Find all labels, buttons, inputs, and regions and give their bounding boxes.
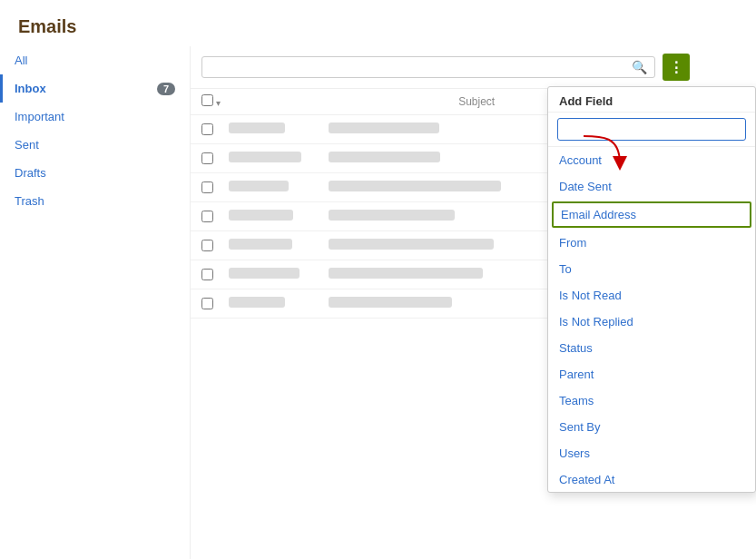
dropdown-item[interactable]: Teams	[548, 387, 755, 414]
add-field-dropdown: Add Field AccountDate SentEmail AddressF…	[547, 86, 756, 493]
sender-text	[229, 181, 289, 191]
row-checkbox[interactable]	[201, 298, 213, 309]
dropdown-item[interactable]: Is Not Replied	[548, 309, 755, 335]
dropdown-item[interactable]: Is Not Read	[548, 282, 755, 309]
row-checkbox-col	[201, 181, 229, 193]
sender-text	[229, 297, 285, 308]
dropdown-item[interactable]: Sent By	[548, 414, 755, 440]
row-checkbox-col	[201, 240, 229, 251]
subject-text	[329, 239, 494, 250]
sender-col	[229, 181, 319, 194]
sidebar-label-drafts: Drafts	[15, 166, 46, 180]
sidebar: All Inbox 7 Important Sent Drafts Trash	[0, 46, 191, 559]
dropdown-item[interactable]: Users	[548, 440, 755, 466]
dropdown-search-box	[548, 113, 755, 147]
sidebar-label-sent: Sent	[15, 138, 39, 152]
row-checkbox[interactable]	[201, 123, 213, 135]
dropdown-item[interactable]: Account	[548, 147, 755, 173]
dropdown-item[interactable]: Created At	[548, 466, 755, 492]
menu-icon: ⋮	[669, 59, 683, 76]
page-title: Emails	[0, 0, 756, 46]
search-icon: 🔍	[632, 60, 647, 74]
row-checkbox-col	[201, 211, 229, 222]
sidebar-item-inbox[interactable]: Inbox 7	[0, 74, 190, 103]
subject-text	[329, 123, 439, 133]
sender-col	[229, 123, 319, 136]
content-area: 🔍 ⋮ ▾ Subject •••	[191, 46, 756, 559]
sidebar-item-sent[interactable]: Sent	[0, 131, 190, 159]
sidebar-item-trash[interactable]: Trash	[0, 187, 190, 215]
row-checkbox-col	[201, 298, 229, 309]
subject-text	[329, 268, 483, 279]
subject-text	[329, 210, 455, 221]
page: Emails All Inbox 7 Important Sent Drafts…	[0, 0, 756, 559]
search-input[interactable]	[210, 61, 632, 74]
main-area: All Inbox 7 Important Sent Drafts Trash	[0, 46, 756, 559]
dropdown-item[interactable]: Email Address	[552, 201, 751, 228]
sidebar-label-all: All	[15, 54, 27, 67]
sidebar-label-important: Important	[15, 110, 64, 123]
dropdown-item[interactable]: To	[548, 256, 755, 282]
dropdown-item[interactable]: Parent	[548, 361, 755, 387]
row-checkbox-col	[201, 152, 229, 164]
sidebar-item-important[interactable]: Important	[0, 103, 190, 131]
sidebar-item-all[interactable]: All	[0, 46, 190, 74]
row-checkbox[interactable]	[201, 181, 213, 193]
dropdown-item[interactable]: Status	[548, 335, 755, 361]
row-checkbox-col	[201, 269, 229, 280]
dropdown-search-input[interactable]	[557, 118, 746, 141]
check-all-col: ▾	[201, 94, 229, 109]
row-checkbox[interactable]	[201, 240, 213, 251]
sender-text	[229, 152, 301, 162]
check-dropdown-icon[interactable]: ▾	[216, 98, 221, 108]
sender-col	[229, 268, 319, 281]
sender-col	[229, 297, 319, 310]
dropdown-list: AccountDate SentEmail AddressFromToIs No…	[548, 147, 755, 492]
subject-label: Subject	[458, 95, 495, 108]
search-box: 🔍	[201, 56, 655, 78]
dropdown-item[interactable]: Date Sent	[548, 173, 755, 200]
sender-col	[229, 152, 319, 165]
sender-text	[229, 239, 292, 250]
subject-text	[329, 152, 440, 162]
dropdown-item[interactable]: From	[548, 230, 755, 256]
sender-text	[229, 123, 285, 133]
sidebar-label-trash: Trash	[15, 194, 44, 208]
row-checkbox[interactable]	[201, 152, 213, 164]
subject-text	[329, 181, 501, 191]
dropdown-header: Add Field	[548, 87, 755, 113]
row-checkbox-col	[201, 123, 229, 135]
sender-col	[229, 210, 319, 223]
inbox-badge: 7	[157, 83, 175, 95]
sender-col	[229, 239, 319, 252]
menu-button[interactable]: ⋮	[663, 54, 690, 81]
row-checkbox[interactable]	[201, 269, 213, 280]
sidebar-label-inbox: Inbox	[15, 82, 46, 95]
row-checkbox[interactable]	[201, 211, 213, 222]
sidebar-item-drafts[interactable]: Drafts	[0, 159, 190, 187]
check-all-checkbox[interactable]	[201, 94, 213, 106]
toolbar: 🔍 ⋮	[191, 46, 756, 89]
subject-text	[329, 297, 452, 308]
sender-text	[229, 268, 299, 279]
sender-text	[229, 210, 293, 221]
